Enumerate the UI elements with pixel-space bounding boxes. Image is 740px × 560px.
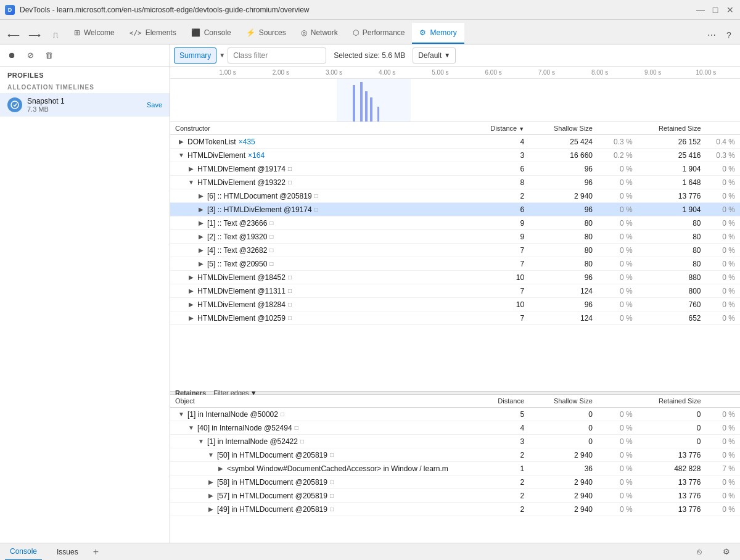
link-icon[interactable]: □ — [288, 274, 292, 281]
default-button[interactable]: Default ▼ — [413, 47, 456, 64]
link-icon[interactable]: □ — [314, 192, 318, 199]
table-row[interactable]: ▶ [6] :: HTMLDocument @205819 □ 2 2 940 … — [170, 189, 740, 203]
snapshot-item[interactable]: Snapshot 1 7.3 MB Save — [0, 93, 170, 117]
expand-icon[interactable]: ▼ — [178, 152, 185, 159]
tab-network[interactable]: ◎ Network — [294, 23, 345, 44]
table-row[interactable]: ▶ HTMLDivElement @18452 □ 10 96 0 % 880 … — [170, 271, 740, 284]
console-tab[interactable]: Console — [5, 543, 42, 561]
table-row[interactable]: ▶ [57] in HTMLDocument @205819 □ 2 2 940… — [170, 489, 740, 503]
table-row[interactable]: ▼ [1] in InternalNode @50002 □ 5 0 0 % 0… — [170, 408, 740, 421]
expand-icon[interactable]: ▶ — [217, 465, 224, 472]
table-row[interactable]: ▶ HTMLDivElement @18284 □ 10 96 0 % 760 … — [170, 298, 740, 311]
summary-button[interactable]: Summary — [174, 47, 216, 64]
link-icon[interactable]: □ — [314, 206, 318, 213]
add-tab-button[interactable]: + — [93, 546, 99, 558]
expand-icon[interactable]: ▶ — [178, 138, 185, 146]
table-row[interactable]: ▶ [58] in HTMLDocument @205819 □ 2 2 940… — [170, 476, 740, 489]
expand-icon[interactable]: ▶ — [187, 315, 195, 322]
link-icon[interactable]: □ — [288, 301, 292, 308]
table-row[interactable]: ▶ [49] in HTMLDocument @205819 □ 2 2 940… — [170, 503, 740, 516]
table-row[interactable]: ▶ [3] :: HTMLDivElement @19174 □ 6 96 0 … — [170, 203, 740, 216]
expand-icon[interactable]: ▶ — [197, 247, 205, 254]
link-icon[interactable]: □ — [295, 424, 298, 431]
minimize-button[interactable]: — — [696, 5, 705, 15]
link-icon[interactable]: □ — [330, 492, 334, 499]
table-row[interactable]: ▼ HTMLDivElement @19322 □ 8 96 0 % 1 648… — [170, 176, 740, 189]
shallow-size-header[interactable]: Shallow Size — [529, 122, 598, 135]
settings-icon[interactable]: ⚙ — [718, 543, 735, 561]
link-icon[interactable]: □ — [269, 260, 273, 267]
table-row[interactable]: ▶ [1] :: Text @23666 □ 9 80 0 % 80 0 % — [170, 216, 740, 230]
link-icon[interactable]: □ — [288, 315, 292, 321]
maximize-button[interactable]: □ — [710, 5, 720, 15]
table-row[interactable]: ▶ HTMLDivElement @19174 □ 6 96 0 % 1 904… — [170, 162, 740, 176]
tab-sources[interactable]: ⚡ Sources — [239, 23, 294, 44]
retained-size-header-b[interactable]: Retained Size — [638, 395, 706, 408]
table-row[interactable]: ▼ [40] in InternalNode @52494 □ 4 0 0 % … — [170, 421, 740, 435]
table-row[interactable]: ▶ [5] :: Text @20950 □ 7 80 0 % 80 0 % — [170, 257, 740, 271]
undock-button[interactable]: ⎋ — [691, 543, 708, 561]
link-icon[interactable]: □ — [269, 233, 273, 240]
forward-button[interactable]: ⟶ — [26, 27, 43, 44]
link-icon[interactable]: □ — [330, 506, 334, 513]
clear-button[interactable]: 🗑 — [41, 47, 57, 64]
heap-table-container[interactable]: Constructor Distance ▼ Shallow Size Reta… — [170, 122, 740, 391]
table-row[interactable]: ▶ HTMLDivElement @11311 □ 7 124 0 % 800 … — [170, 284, 740, 298]
table-row[interactable]: ▶ DOMTokenList ×435 4 25 424 0.3 % 26 15… — [170, 135, 740, 149]
expand-icon[interactable]: ▶ — [207, 506, 215, 513]
save-button[interactable]: Save — [147, 101, 162, 109]
table-row[interactable]: ▼ HTMLDivElement ×164 3 16 660 0.2 % 25 … — [170, 149, 740, 162]
expand-icon[interactable]: ▼ — [197, 438, 205, 445]
link-icon[interactable]: □ — [330, 479, 334, 485]
link-icon[interactable]: □ — [269, 220, 273, 226]
table-row[interactable]: ▼ [1] in InternalNode @52422 □ 3 0 0 % 0… — [170, 435, 740, 448]
expand-icon[interactable]: ▼ — [187, 179, 195, 186]
detach-button[interactable]: ⎍ — [47, 27, 64, 44]
link-icon[interactable]: □ — [281, 411, 284, 418]
expand-icon[interactable]: ▶ — [197, 260, 205, 268]
link-icon[interactable]: □ — [288, 165, 292, 172]
table-row[interactable]: ▶ [4] :: Text @32682 □ 7 80 0 % 80 0 % — [170, 244, 740, 257]
expand-icon[interactable]: ▼ — [207, 451, 215, 459]
issues-tab[interactable]: Issues — [52, 543, 83, 561]
expand-icon[interactable]: ▶ — [187, 274, 195, 281]
expand-icon[interactable]: ▶ — [187, 301, 195, 308]
expand-icon[interactable]: ▶ — [187, 165, 195, 173]
link-icon[interactable]: □ — [288, 287, 292, 294]
link-icon[interactable]: □ — [288, 179, 292, 186]
expand-icon[interactable]: ▶ — [187, 287, 195, 295]
expand-icon[interactable]: ▶ — [197, 233, 205, 241]
expand-icon[interactable]: ▶ — [197, 220, 205, 227]
table-row[interactable]: ▶ [2] :: Text @19320 □ 9 80 0 % 80 0 % — [170, 230, 740, 244]
tab-performance[interactable]: ⬡ Performance — [345, 23, 413, 44]
back-button[interactable]: ⟵ — [5, 27, 22, 44]
retained-size-header[interactable]: Retained Size — [638, 122, 706, 135]
table-row[interactable]: ▶ HTMLDivElement @10259 □ 7 124 0 % 652 … — [170, 311, 740, 325]
stop-button[interactable]: ⊘ — [22, 47, 38, 64]
table-row[interactable]: ▼ [50] in HTMLDocument @205819 □ 2 2 940… — [170, 448, 740, 462]
close-button[interactable]: ✕ — [725, 5, 735, 15]
link-icon[interactable]: □ — [300, 438, 304, 445]
expand-icon[interactable]: ▶ — [207, 492, 215, 500]
timeline-canvas[interactable] — [170, 79, 740, 122]
table-row[interactable]: ▶ <symbol Window#DocumentCachedAccessor>… — [170, 462, 740, 476]
expand-icon[interactable]: ▼ — [187, 424, 195, 432]
shallow-size-header-b[interactable]: Shallow Size — [529, 395, 598, 408]
distance-header-b[interactable]: Distance — [483, 395, 529, 408]
more-tabs-button[interactable]: ⋯ — [703, 27, 720, 44]
link-icon[interactable]: □ — [330, 451, 334, 458]
link-icon[interactable]: □ — [269, 247, 273, 253]
retainers-table-container[interactable]: Object Distance Shallow Size Retained Si… — [170, 395, 740, 543]
tab-console[interactable]: ⬛ Console — [184, 23, 239, 44]
record-button[interactable]: ⏺ — [4, 47, 20, 64]
tab-elements[interactable]: </> Elements — [122, 23, 184, 44]
tab-memory[interactable]: ⚙ Memory — [412, 23, 464, 44]
expand-icon[interactable]: ▶ — [197, 192, 205, 200]
expand-icon[interactable]: ▼ — [178, 411, 185, 418]
expand-icon[interactable]: ▶ — [207, 479, 215, 486]
tab-welcome[interactable]: ⊞ Welcome — [67, 23, 122, 44]
help-button[interactable]: ? — [720, 27, 738, 44]
expand-icon[interactable]: ▶ — [197, 206, 205, 213]
class-filter-input[interactable] — [228, 47, 326, 64]
distance-header[interactable]: Distance ▼ — [483, 122, 529, 135]
